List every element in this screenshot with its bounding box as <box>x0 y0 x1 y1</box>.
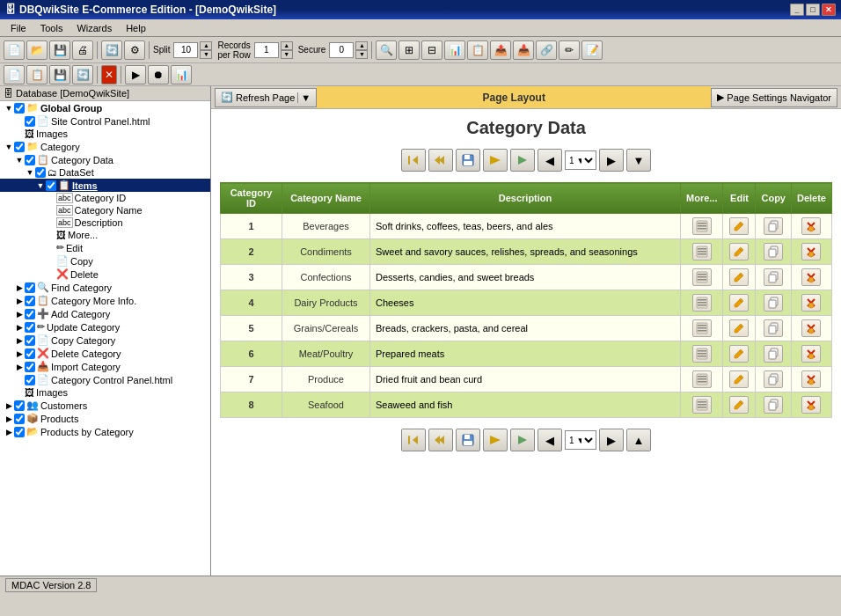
more-btn-3[interactable] <box>692 294 712 312</box>
toggle-items[interactable]: ▼ <box>35 181 46 190</box>
toggle-global[interactable]: ▼ <box>4 104 14 113</box>
records-spinner[interactable]: ▲ ▼ <box>281 41 293 59</box>
cb-global[interactable] <box>14 103 25 114</box>
tree-cat-data[interactable]: ▼ 📋 Category Data <box>0 153 210 166</box>
tree-global-group[interactable]: ▼ 📁 Global Group <box>0 101 210 114</box>
tree-images-global[interactable]: 🖼 Images <box>0 128 210 140</box>
tog-ic[interactable]: ▶ <box>14 363 25 371</box>
more-btn-6[interactable] <box>692 370 712 388</box>
tree-items[interactable]: ▼ 📋 Items <box>0 179 210 192</box>
menu-help[interactable]: Help <box>119 21 153 35</box>
copy-btn-1[interactable] <box>764 243 783 260</box>
nav-query-btn[interactable] <box>483 149 508 172</box>
icon4[interactable]: 📊 <box>444 40 465 60</box>
edit-btn-0[interactable] <box>729 217 749 235</box>
copy-btn-3[interactable] <box>764 294 783 312</box>
tree-import-cat[interactable]: ▶ 📥 Import Category <box>0 360 210 373</box>
edit-btn-7[interactable] <box>729 396 749 414</box>
tog-cm[interactable]: ▶ <box>14 297 25 305</box>
menu-tools[interactable]: Tools <box>33 21 70 35</box>
tree-cat-more[interactable]: ▶ 📋 Category More Info. <box>0 294 210 307</box>
tb2-btn6[interactable]: ▶ <box>125 65 146 84</box>
edit-btn-6[interactable] <box>729 370 749 388</box>
records-down[interactable]: ▼ <box>281 50 293 59</box>
tog-uc[interactable]: ▶ <box>14 323 25 332</box>
tree-delete[interactable]: ❌ Delete <box>0 268 210 281</box>
toggle-ds[interactable]: ▼ <box>25 168 35 177</box>
tog-fc[interactable]: ▶ <box>14 283 25 292</box>
cb-ac[interactable] <box>25 309 35 319</box>
tb2-btn3[interactable]: 💾 <box>49 65 70 84</box>
print-btn[interactable]: 🖨 <box>72 40 93 60</box>
icon8[interactable]: 🔗 <box>536 40 557 60</box>
nav-prev-btn[interactable]: ◀ <box>538 149 562 172</box>
open-btn[interactable]: 📂 <box>26 40 48 60</box>
copy-btn-7[interactable] <box>764 396 783 414</box>
delete-btn-0[interactable] <box>801 217 821 235</box>
icon7[interactable]: 📥 <box>513 40 534 60</box>
split-up[interactable]: ▲ <box>200 41 212 50</box>
tree-add-cat[interactable]: ▶ ➕ Add Category <box>0 307 210 320</box>
secure-up[interactable]: ▲ <box>355 41 368 50</box>
icon10[interactable]: 📝 <box>581 40 603 60</box>
copy-btn-2[interactable] <box>764 268 783 286</box>
tree-category[interactable]: ▼ 📁 Category <box>0 140 210 153</box>
tree-cat-name[interactable]: abc Category Name <box>0 204 210 216</box>
tree-update-cat[interactable]: ▶ ✏ Update Category <box>0 320 210 334</box>
menu-wizards[interactable]: Wizards <box>69 21 119 35</box>
tog-cust[interactable]: ▶ <box>4 401 14 410</box>
refresh-btn[interactable]: 🔄 <box>101 40 122 60</box>
tog-prod[interactable]: ▶ <box>4 414 14 423</box>
nav-first-btn[interactable] <box>401 149 426 172</box>
cb-site[interactable] <box>25 116 35 127</box>
edit-btn-3[interactable] <box>729 294 749 312</box>
icon2[interactable]: ⊞ <box>399 40 420 60</box>
cb-ic[interactable] <box>25 362 35 372</box>
edit-btn-1[interactable] <box>729 243 749 260</box>
nav-next-btn[interactable]: ▶ <box>599 149 624 172</box>
nav-more-btn[interactable]: ▼ <box>626 149 651 172</box>
delete-btn-2[interactable] <box>801 268 821 286</box>
tree-products-by-cat[interactable]: ▶ 📂 Products by Category <box>0 425 210 438</box>
more-btn-0[interactable] <box>692 217 712 235</box>
nav-save-btn[interactable] <box>456 149 480 172</box>
nav-bottom-query-btn[interactable] <box>483 429 508 451</box>
tb2-btn5[interactable]: ✕ <box>101 65 117 84</box>
cb-items[interactable] <box>46 180 56 191</box>
copy-btn-0[interactable] <box>764 217 783 235</box>
records-input[interactable] <box>254 42 279 58</box>
copy-btn-5[interactable] <box>764 345 783 363</box>
tb2-btn1[interactable]: 📄 <box>4 65 25 84</box>
settings-btn[interactable]: ⚙ <box>124 40 145 60</box>
delete-btn-4[interactable] <box>801 319 821 337</box>
tree-site-control[interactable]: 📄 Site Control Panel.html <box>0 114 210 128</box>
cb-cat[interactable] <box>14 142 25 152</box>
tog-cc[interactable]: ▶ <box>14 336 25 345</box>
toggle-cat[interactable]: ▼ <box>4 143 14 151</box>
delete-btn-1[interactable] <box>801 243 821 260</box>
cb-fc[interactable] <box>25 282 35 293</box>
nav-bottom-up-btn[interactable]: ▲ <box>626 429 651 451</box>
page-select[interactable]: 1 ▼ <box>565 150 596 170</box>
icon6[interactable]: 📤 <box>490 40 511 60</box>
tree-customers[interactable]: ▶ 👥 Customers <box>0 399 210 412</box>
cb-cp[interactable] <box>25 375 35 385</box>
cb-uc[interactable] <box>25 322 35 333</box>
refresh-page-button[interactable]: 🔄 Refresh Page ▼ <box>215 88 317 107</box>
tree-cat-id[interactable]: abc Category ID <box>0 192 210 204</box>
tree-cat-panel[interactable]: 📄 Category Control Panel.html <box>0 373 210 386</box>
tb2-btn7[interactable]: ⏺ <box>148 65 169 84</box>
nav-prev-fast-btn[interactable] <box>428 149 453 172</box>
tree-copy-cat[interactable]: ▶ 📄 Copy Category <box>0 334 210 347</box>
cb-pbc[interactable] <box>14 427 25 437</box>
edit-btn-5[interactable] <box>729 345 749 363</box>
page-settings-button[interactable]: ▶ Page Settings Navigator <box>711 88 837 107</box>
delete-btn-6[interactable] <box>801 370 821 388</box>
icon5[interactable]: 📋 <box>467 40 488 60</box>
page-select-bottom[interactable]: 1 ▼ <box>565 430 596 450</box>
minimize-button[interactable]: _ <box>790 4 804 16</box>
secure-spinner[interactable]: ▲ ▼ <box>355 41 368 59</box>
copy-btn-4[interactable] <box>764 319 783 337</box>
secure-down[interactable]: ▼ <box>355 50 368 59</box>
tree-desc[interactable]: abc Description <box>0 216 210 229</box>
